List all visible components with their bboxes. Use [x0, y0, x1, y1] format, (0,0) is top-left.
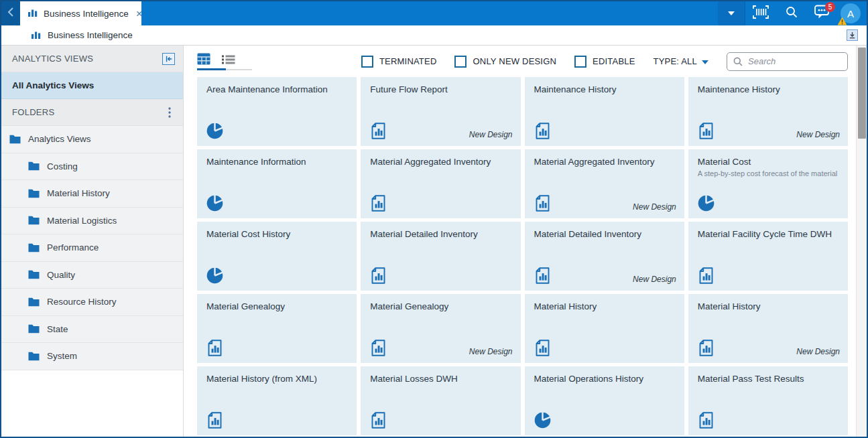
sidebar-item-all-analytics-views[interactable]: All Analytics Views — [1, 72, 183, 99]
card-title: Material Aggregated Inventory — [534, 157, 675, 168]
card-title: Material History (from XML) — [206, 374, 347, 385]
folder-item[interactable]: System — [1, 343, 183, 370]
folder-label: Performance — [47, 242, 99, 252]
card-title: Material Detailed Inventory — [534, 229, 675, 240]
kebab-menu-icon[interactable] — [164, 106, 175, 119]
folder-label: Material Logistics — [47, 216, 117, 226]
report-icon — [369, 267, 387, 285]
folder-label: Resource History — [47, 297, 117, 307]
analytics-view-card[interactable]: Material Pass Test Results — [688, 366, 848, 435]
checkbox-label: EDITABLE — [593, 56, 635, 66]
analytics-view-card[interactable]: Material Aggregated Inventory — [361, 149, 520, 218]
analytics-view-card[interactable]: Material History (from XML) — [197, 366, 357, 435]
analytics-view-card[interactable]: Material HistoryNew Design — [688, 294, 848, 363]
analytics-view-card[interactable]: Material History — [525, 294, 684, 363]
only-new-design-checkbox[interactable] — [454, 56, 467, 68]
bar-chart-icon — [28, 7, 38, 19]
page-title: Business Intelligence — [48, 30, 133, 40]
report-icon — [534, 194, 552, 212]
card-title: Material History — [534, 301, 675, 313]
analytics-view-card[interactable]: Area Maintenance Information — [197, 77, 357, 146]
analytics-view-card[interactable]: Maintenance HistoryNew Design — [688, 77, 848, 146]
folder-item[interactable]: State — [1, 316, 183, 344]
card-title: Maintenance Information — [206, 157, 347, 168]
filter-bar: TERMINATED ONLY NEW DESIGN EDITABLE TYPE… — [361, 52, 848, 71]
search-input[interactable] — [727, 52, 848, 71]
card-title: Future Flow Report — [370, 84, 511, 96]
analytics-view-card[interactable]: Material Genealogy — [197, 294, 357, 363]
grid-view-icon[interactable] — [197, 53, 210, 65]
report-icon — [697, 122, 715, 140]
barcode-scan-button[interactable] — [745, 1, 776, 25]
pie-chart-icon — [206, 122, 224, 140]
scrollbar-thumb[interactable] — [858, 48, 866, 139]
editable-checkbox[interactable] — [574, 56, 586, 68]
folder-item[interactable]: Material History — [1, 180, 183, 208]
folder-item[interactable]: Material Logistics — [1, 208, 183, 235]
analytics-view-card[interactable]: Material Operations History — [525, 366, 684, 435]
arrow-collapse-icon — [165, 55, 173, 63]
new-design-badge: New Design — [796, 130, 840, 139]
pie-chart-icon — [534, 411, 552, 429]
vertical-scrollbar[interactable] — [856, 46, 867, 437]
folder-icon — [28, 243, 40, 252]
card-title: Material Genealogy — [206, 301, 347, 313]
pie-chart-icon — [206, 194, 224, 212]
analytics-view-card[interactable]: Material Facility Cycle Time DWH — [688, 222, 848, 291]
close-icon[interactable]: × — [135, 8, 144, 19]
folder-icon — [28, 161, 40, 171]
folder-item[interactable]: Quality — [1, 262, 183, 289]
analytics-view-card[interactable]: Material Losses DWH — [361, 366, 520, 435]
terminated-checkbox[interactable] — [361, 56, 373, 68]
folder-icon — [28, 324, 40, 334]
view-toggle — [197, 53, 252, 70]
card-title: Material Cost History — [206, 229, 347, 240]
folder-item[interactable]: Analytics Views — [1, 126, 183, 153]
card-title: Maintenance History — [534, 84, 675, 96]
analytics-view-card[interactable]: Material CostA step-by-step cost forecas… — [688, 149, 848, 218]
card-title: Material History — [698, 301, 839, 313]
card-title: Material Pass Test Results — [698, 374, 839, 385]
search-button[interactable] — [776, 1, 807, 25]
sidebar-section-folders: FOLDERS — [1, 99, 183, 126]
tab-business-intelligence[interactable]: Business Intelligence × — [20, 1, 141, 25]
report-icon — [534, 339, 552, 357]
dock-panel-button[interactable] — [847, 29, 858, 41]
folder-item[interactable]: Costing — [1, 153, 183, 181]
analytics-view-card[interactable]: Maintenance History — [525, 77, 684, 146]
folder-label: Material History — [47, 188, 110, 198]
folder-tree: Analytics ViewsCostingMaterial HistoryMa… — [1, 126, 183, 370]
card-title: Material Operations History — [534, 374, 675, 385]
folder-item[interactable]: Resource History — [1, 289, 183, 316]
report-icon — [369, 339, 387, 357]
analytics-view-card[interactable]: Material Detailed Inventory — [361, 222, 520, 291]
analytics-view-card[interactable]: Material Cost History — [197, 222, 357, 291]
analytics-view-card[interactable]: Maintenance Information — [197, 149, 357, 218]
dropdown-button[interactable] — [718, 1, 745, 25]
arrow-down-icon — [849, 31, 856, 39]
folder-label: Costing — [47, 161, 78, 171]
folder-item[interactable]: Performance — [1, 234, 183, 262]
filter-editable: EDITABLE — [574, 56, 635, 68]
cards-grid: Area Maintenance InformationFuture Flow … — [197, 77, 848, 435]
new-design-badge: New Design — [633, 275, 676, 284]
new-design-badge: New Design — [796, 347, 840, 356]
folder-icon — [28, 216, 40, 225]
collapse-sidebar-button[interactable] — [162, 53, 175, 65]
folder-icon — [28, 352, 40, 361]
analytics-view-card[interactable]: Future Flow ReportNew Design — [361, 77, 520, 146]
sidebar-section-analytics-views: ANALYTICS VIEWS — [1, 46, 183, 72]
tab-title: Business Intelligence — [44, 9, 129, 19]
type-dropdown[interactable]: TYPE: ALL — [654, 56, 708, 66]
list-view-icon[interactable] — [222, 54, 235, 65]
analytics-view-card[interactable]: Material Detailed InventoryNew Design — [525, 222, 684, 291]
report-icon — [534, 122, 552, 140]
back-button[interactable] — [1, 1, 20, 25]
section-title: ANALYTICS VIEWS — [12, 54, 93, 64]
analytics-view-card[interactable]: Material GenealogyNew Design — [361, 294, 520, 363]
report-icon — [369, 122, 387, 140]
app-window: Business Intelligence × — [0, 0, 868, 438]
avatar[interactable]: A — [841, 3, 861, 23]
messages-button[interactable]: 5 — [807, 1, 838, 25]
analytics-view-card[interactable]: Material Aggregated InventoryNew Design — [525, 149, 684, 218]
